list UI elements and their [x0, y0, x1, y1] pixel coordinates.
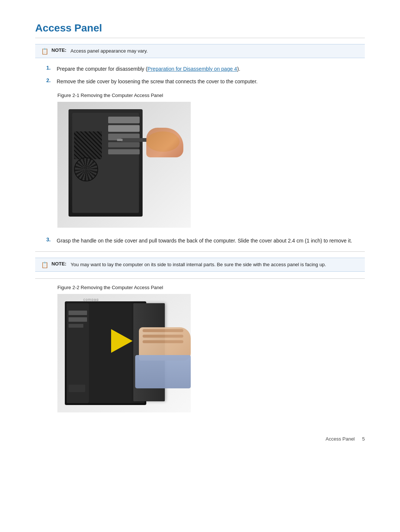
logo-area: [69, 385, 85, 392]
finger-2: [143, 335, 183, 338]
step-1-text: Prepare the computer for disassembly (Pr…: [57, 65, 240, 73]
page-footer: Access Panel 5: [35, 421, 365, 442]
note-box-2: 📋 NOTE: You may want to lay the computer…: [35, 258, 365, 272]
step-3-number: 3.: [46, 237, 57, 242]
step-3-container: 3. Grasp the handle on the side cover an…: [46, 237, 365, 245]
slot-3: [69, 324, 83, 328]
note2-divider: [35, 251, 365, 252]
finger-1: [143, 329, 183, 332]
figure-2-label: Figure 2-2 Removing the Computer Access …: [57, 285, 365, 290]
figure-1-label-bold: Figure 2-1: [57, 93, 79, 98]
sleeve: [135, 355, 191, 388]
note-text-2: You may want to lay the computer on its …: [69, 261, 326, 268]
note2-bottom-divider: [35, 278, 365, 279]
tower2-front: [67, 303, 89, 403]
step-2-number: 2.: [46, 77, 57, 83]
steps-list: 1. Prepare the computer for disassembly …: [46, 65, 365, 86]
slot-1: [69, 311, 87, 315]
direction-arrow: [111, 329, 133, 353]
fan-vent: [74, 157, 98, 181]
tower-vents: [74, 131, 102, 159]
figure-1-image: [57, 102, 191, 228]
figure-1-label: Figure 2-1 Removing the Computer Access …: [57, 93, 365, 98]
note-label-2: NOTE:: [51, 261, 66, 267]
footer-section-label: Access Panel: [326, 436, 355, 442]
note-text-1: Access panel appearance may vary.: [69, 47, 148, 55]
finger-3: [143, 340, 183, 343]
drive-bay-1: [108, 117, 140, 123]
note-icon-2: 📋: [41, 261, 49, 268]
note-box-1: 📋 NOTE: Access panel appearance may vary…: [35, 44, 365, 58]
brand-label: compaq: [83, 298, 99, 302]
figure-2-image: compaq: [57, 294, 191, 412]
note-label-1: NOTE:: [51, 47, 66, 53]
figure-1-caption: Removing the Computer Access Panel: [79, 93, 163, 98]
step-1-number: 1.: [46, 65, 57, 71]
slot-2: [69, 317, 87, 322]
hand-screwdriver-group: [128, 124, 187, 168]
computer-screwdriver-scene: [57, 102, 191, 228]
figure-2-caption: Removing the Computer Access Panel: [79, 285, 163, 290]
page-title: Access Panel: [35, 22, 365, 34]
screwdriver-tip: [117, 139, 123, 141]
figure-2-label-bold: Figure 2-2: [57, 285, 79, 290]
preparation-link[interactable]: Preparation for Disassembly on page 4: [147, 66, 237, 72]
step-3-text: Grasp the handle on the side cover and p…: [57, 237, 352, 245]
hand-shape: [146, 128, 183, 157]
step-1: 1. Prepare the computer for disassembly …: [46, 65, 365, 73]
step-2: 2. Remove the side cover by loosening th…: [46, 77, 365, 86]
step-2-text: Remove the side cover by loosening the s…: [57, 77, 257, 86]
computer-sliding-panel-scene: compaq: [57, 294, 191, 412]
note-icon-1: 📋: [41, 48, 49, 55]
footer-page-number: 5: [362, 436, 365, 442]
screwdriver-shaft: [121, 138, 147, 142]
title-divider: [35, 38, 365, 38]
step-3: 3. Grasp the handle on the side cover an…: [46, 237, 365, 245]
